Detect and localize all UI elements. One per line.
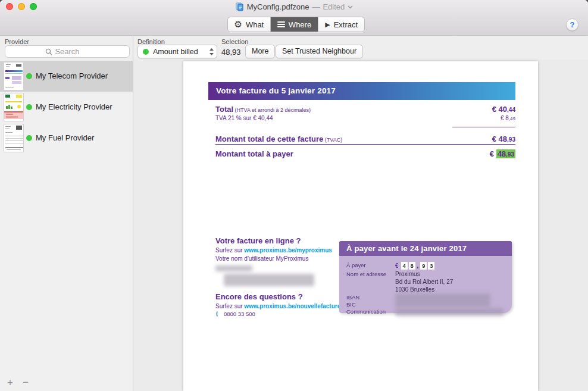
amount-digit: 9 (420, 262, 427, 270)
sidebar-item-electricity-provider[interactable]: My Electricity Provider (0, 92, 133, 123)
help-button[interactable]: ? (566, 18, 578, 31)
definition-value: Amount billed (153, 48, 205, 56)
tab-where-label: Where (289, 20, 311, 29)
pdf-canvas: Votre facture du 5 janvier 2017 Total (H… (133, 60, 588, 391)
app-window: MyConfig.pdfzone — Edited ⚙ What Where ▶… (0, 0, 588, 391)
sidebar-item-label: My Telecom Provider (36, 71, 108, 80)
total-label: Total (215, 105, 233, 114)
nom-line: Proximus (395, 271, 420, 277)
edited-status: Edited (323, 2, 345, 11)
thumbnail-fuel-invoice (4, 124, 24, 152)
window-title: MyConfig.pdfzone (247, 2, 309, 11)
provider-sidebar: My Telecom Provider My Electricity Provi… (0, 60, 133, 391)
tva-amount: € 8 (501, 115, 509, 121)
title-separator: — (312, 2, 320, 11)
redacted-text (215, 265, 252, 271)
document-icon (235, 2, 244, 11)
sidebar-item-telecom-provider[interactable]: My Telecom Provider (0, 61, 133, 92)
invoice-banner: Votre facture du 5 janvier 2017 (208, 82, 515, 100)
nom-line: 1030 Bruxelles (395, 286, 434, 293)
nom-label: Nom et adresse (346, 271, 386, 277)
tab-what-label: What (246, 20, 264, 29)
bic-label: BIC (346, 301, 356, 308)
payer-amount: 48 (498, 149, 506, 158)
phone-number: 0800 33 500 (224, 311, 255, 317)
paybox-body: À payer € 4 8 , 9 3 Nom et adresse Proxi… (339, 256, 512, 313)
phone-icon (215, 311, 220, 317)
apayer-label: À payer (346, 262, 366, 268)
filter-bar: Provider Definition Amount billed Select… (0, 36, 588, 60)
phone-row: 0800 33 500 (215, 311, 255, 317)
questions-heading: Encore des questions ? (215, 292, 303, 301)
montant-facture-row: Montant total de cette facture (TVAC) € … (215, 133, 515, 144)
gear-icon: ⚙ (234, 20, 242, 29)
paybox-header: À payer avant le 24 janvier 2017 (339, 241, 512, 256)
window-title-group: MyConfig.pdfzone — Edited (0, 2, 588, 12)
online-heading: Votre facture en ligne ? (215, 236, 301, 245)
play-icon: ▶ (325, 21, 330, 28)
search-input[interactable] (5, 46, 129, 57)
online-username: Votre nom d'utilisateur MyProximus (215, 255, 308, 262)
payment-box: À payer avant le 24 janvier 2017 À payer… (339, 241, 512, 313)
amount-digit: 3 (428, 262, 434, 270)
selection-value: 48,93 (221, 48, 241, 57)
amount-digit-boxes: € 4 8 , 9 3 (395, 262, 434, 270)
selected-zone-highlight[interactable]: 48,93 (496, 149, 515, 158)
montant-payer-row: Montant total à payer € 48,93 (215, 149, 515, 158)
redacted-text (224, 274, 314, 286)
selection-label: Selection (221, 38, 248, 45)
sidebar-item-label: My Electricity Provider (36, 102, 112, 111)
tab-what[interactable]: ⚙ What (228, 17, 271, 32)
nom-line: Bd du Roi Albert II, 27 (395, 279, 453, 285)
online-link-line: Surfez sur www.proximus.be/myproximus (215, 247, 332, 254)
remove-provider-button[interactable]: − (20, 377, 31, 389)
communication-label: Communication (346, 308, 386, 315)
payer-currency: € (490, 149, 496, 158)
thumbnail-telecom-invoice (4, 62, 24, 90)
set-trusted-neighbour-button[interactable]: Set Trusted Neighbour (276, 45, 363, 58)
mode-segmented-control: ⚙ What Where ▶ Extract (227, 17, 365, 32)
provider-label: Provider (5, 38, 29, 45)
questions-link-line: Surfez sur www.proximus.be/nouvellefactu… (215, 303, 340, 309)
tab-extract[interactable]: ▶ Extract (318, 17, 364, 32)
status-dot-green (26, 73, 32, 79)
status-dot-green (26, 104, 32, 110)
questions-prefix: Surfez sur (215, 303, 244, 309)
list-icon (277, 21, 285, 27)
stepper-arrows-icon (209, 48, 214, 56)
facture-amount: € 48 (492, 134, 507, 143)
redacted-text (395, 293, 490, 307)
definition-status-dot (143, 49, 149, 55)
online-prefix: Surfez sur (215, 247, 244, 254)
tva-row: TVA 21 % sur € 40,44 € 8,49 (215, 115, 515, 121)
status-dot-green (26, 135, 32, 141)
add-provider-button[interactable]: + (5, 377, 15, 389)
iban-label: IBAN (346, 294, 359, 301)
myproximus-link: www.proximus.be/myproximus (244, 247, 331, 254)
pdf-page: Votre facture du 5 janvier 2017 Total (H… (183, 61, 538, 391)
total-rule (215, 144, 515, 145)
tab-where[interactable]: Where (271, 17, 319, 32)
facture-label: Montant total de cette facture (215, 134, 323, 143)
thumbnail-electricity-invoice (4, 93, 24, 121)
tva-label: TVA 21 % sur € 40,44 (215, 115, 273, 121)
nouvellefacture-link: www.proximus.be/nouvellefacture (244, 303, 340, 309)
redacted-text (395, 308, 503, 315)
sidebar-item-fuel-provider[interactable]: My Fuel Provider (0, 123, 133, 154)
total-row: Total (HTVA et arrondi à 2 décimales) € … (215, 104, 515, 114)
amount-digit: 8 (409, 262, 415, 270)
payer-label: Montant total à payer (215, 149, 293, 158)
total-note: (HTVA et arrondi à 2 décimales) (233, 107, 311, 113)
total-amount: € 40 (492, 105, 507, 114)
amount-digit: 4 (401, 262, 408, 270)
more-button[interactable]: More (245, 45, 275, 58)
search-field[interactable] (5, 45, 130, 58)
subtotal-rule (452, 127, 515, 127)
facture-note: (TVAC) (323, 137, 342, 143)
tab-extract-label: Extract (334, 20, 358, 29)
amount-comma: , (417, 262, 419, 269)
definition-popup-button[interactable]: Amount billed (137, 45, 217, 58)
sidebar-item-label: My Fuel Provider (36, 133, 94, 142)
title-chevron-down-icon[interactable] (348, 5, 353, 9)
titlebar: MyConfig.pdfzone — Edited ⚙ What Where ▶… (0, 0, 588, 36)
